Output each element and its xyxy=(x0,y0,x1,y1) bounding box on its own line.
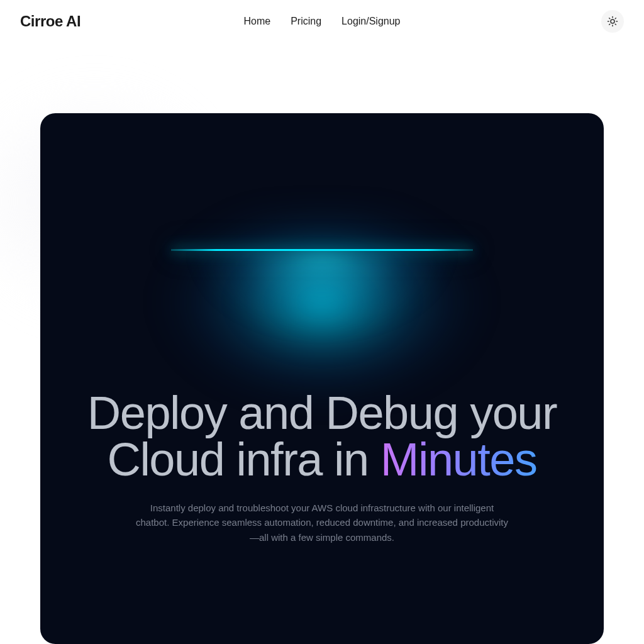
brand-logo[interactable]: Cirroe AI xyxy=(20,13,80,30)
hero-section: Deploy and Debug your Cloud infra in Min… xyxy=(0,113,644,644)
headline-line2-prefix: Cloud infra in xyxy=(107,433,380,486)
hero-headline: Deploy and Debug your Cloud infra in Min… xyxy=(64,390,580,483)
svg-line-7 xyxy=(609,24,610,25)
hero-subtext: Instantly deploy and troubleshoot your A… xyxy=(133,501,511,545)
nav-login[interactable]: Login/Signup xyxy=(341,16,400,27)
theme-toggle-button[interactable] xyxy=(601,10,624,33)
svg-point-0 xyxy=(611,19,614,23)
headline-line1: Deploy and Debug your xyxy=(87,387,557,439)
nav-home[interactable]: Home xyxy=(243,16,270,27)
headline-accent: Minutes xyxy=(380,433,537,486)
header: Cirroe AI Home Pricing Login/Signup xyxy=(0,0,644,43)
main-nav: Home Pricing Login/Signup xyxy=(243,16,400,27)
hero-card: Deploy and Debug your Cloud infra in Min… xyxy=(40,113,604,644)
sun-icon xyxy=(607,16,618,27)
hero-content: Deploy and Debug your Cloud infra in Min… xyxy=(40,113,604,545)
svg-line-3 xyxy=(609,18,610,19)
nav-pricing[interactable]: Pricing xyxy=(291,16,321,27)
svg-line-4 xyxy=(615,24,616,25)
svg-line-8 xyxy=(615,18,616,19)
